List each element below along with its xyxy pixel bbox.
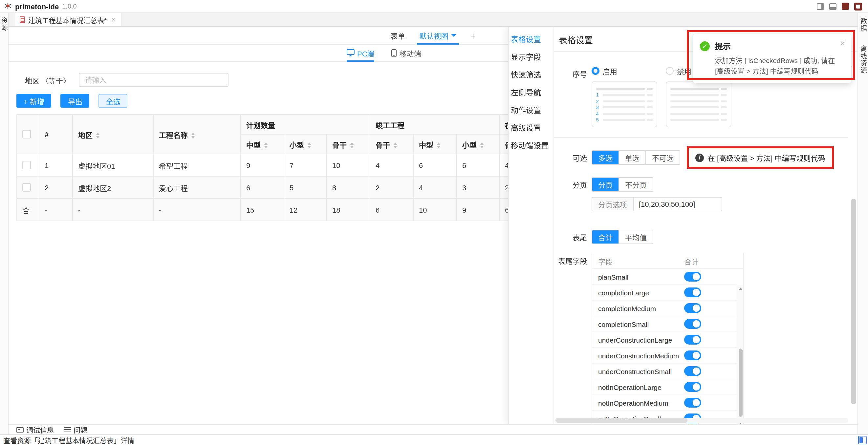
toggle-switch[interactable] [684, 335, 701, 345]
sort-icon[interactable] [96, 133, 100, 138]
add-view-button[interactable]: + [470, 27, 475, 44]
problems-button[interactable]: 问题 [64, 425, 87, 435]
sort-icon[interactable] [393, 142, 397, 148]
tab-default-view[interactable]: 默认视图 [419, 27, 456, 44]
menu-item-action-settings[interactable]: 动作设置 [509, 102, 554, 120]
sidebar-item-resources[interactable]: 资源 [0, 17, 9, 435]
hint-text: 在 [高级设置 > 方法] 中编写规则代码 [708, 152, 825, 163]
list-item: notInOperationLarge [592, 379, 737, 395]
segment-unpaged[interactable]: 不分页 [619, 178, 653, 191]
sort-icon[interactable] [350, 142, 354, 148]
settings-panel-body: 表格设置 序号 启用 [554, 27, 858, 424]
layout-toggle-icon[interactable] [858, 436, 867, 444]
pagination-options-addon: 分页选项 [592, 197, 633, 211]
panel-horizontal-scrollbar[interactable] [555, 418, 848, 423]
settings-panel: 表格设置 显示字段 快速筛选 左侧导航 动作设置 高级设置 移动端设置 表格设置 [508, 27, 858, 424]
toast-close-icon[interactable]: × [840, 39, 845, 48]
pagination-row: 分页 分页 不分页 [554, 177, 848, 192]
row-checkbox[interactable] [22, 161, 31, 170]
sidebar-item-offline-resources[interactable]: 离线资源 [858, 45, 868, 74]
menu-item-left-nav[interactable]: 左侧导航 [509, 84, 554, 102]
sort-icon[interactable] [191, 133, 195, 138]
radio-disable-label: 禁用 [677, 66, 691, 76]
table-row: 2 虚拟地区2 爱心工程 6 5 8 2 4 3 2 [17, 176, 558, 198]
selectable-segmented: 多选 单选 不可选 [592, 150, 680, 165]
tab-form[interactable]: 表单 [390, 27, 405, 44]
col-header-comp-medium: 中型 [413, 134, 457, 154]
sort-icon[interactable] [437, 142, 440, 148]
settings-menu: 表格设置 显示字段 快速筛选 左侧导航 动作设置 高级设置 移动端设置 [509, 27, 554, 424]
toggle-switch[interactable] [684, 287, 701, 297]
scroll-up-icon[interactable] [739, 287, 743, 290]
add-button[interactable]: + 新增 [17, 94, 52, 108]
app-logo-icon [4, 2, 12, 11]
document-tab-label: 建筑工程基本情况汇总表* [28, 15, 107, 25]
default-view-label: 默认视图 [419, 30, 448, 41]
column-total: 合计 [684, 256, 743, 266]
debug-info-button[interactable]: 调试信息 [17, 425, 54, 435]
titlebar-icons [817, 2, 864, 10]
scrollbar-thumb[interactable] [555, 418, 687, 423]
col-header-num: # [39, 115, 72, 154]
menu-item-display-fields[interactable]: 显示字段 [509, 49, 554, 66]
segment-single[interactable]: 单选 [619, 151, 645, 164]
scrollbar-thumb[interactable] [738, 349, 742, 416]
summary-row: 合 - - - 15 12 18 6 10 9 6 [17, 198, 558, 221]
panel-vertical-scrollbar[interactable] [851, 28, 856, 416]
segment-sum[interactable]: 合计 [592, 230, 619, 244]
toggle-switch[interactable] [684, 303, 701, 313]
segment-none[interactable]: 不可选 [645, 151, 680, 164]
list-item: notInOperationMedium [592, 395, 737, 411]
sort-icon[interactable] [307, 142, 311, 148]
monitor-icon [347, 49, 354, 57]
save-icon[interactable] [842, 3, 849, 10]
footer-fields-scrollbar[interactable] [737, 285, 743, 424]
app-version: 1.0.0 [62, 3, 77, 10]
layout-icon[interactable] [854, 2, 862, 10]
toggle-bottom-panel-icon[interactable] [829, 3, 836, 9]
toggle-switch[interactable] [684, 319, 701, 329]
menu-item-mobile-settings[interactable]: 移动端设置 [509, 137, 554, 155]
toggle-right-panel-icon[interactable] [817, 3, 824, 9]
menu-item-quick-filter[interactable]: 快速筛选 [509, 66, 554, 84]
export-button[interactable]: 导出 [61, 94, 90, 108]
serial-enabled-preview: 1 2 3 4 5 [592, 82, 657, 127]
sort-icon[interactable] [480, 142, 484, 148]
row-checkbox[interactable] [22, 184, 31, 192]
filter-operator[interactable]: 〈等于〉 [41, 76, 70, 84]
app-root: primeton-ide 1.0.0 资源 建筑工程基本情况汇总表* × [0, 0, 868, 445]
success-check-icon: ✓ [700, 41, 710, 51]
scrollbar-thumb[interactable] [851, 199, 856, 404]
col-group-completion: 竣工工程 [370, 115, 499, 134]
annotation-box-hint: i 在 [高级设置 > 方法] 中编写规则代码 [687, 146, 834, 169]
col-header-plan-medium: 中型 [241, 134, 284, 154]
sidebar-item-data[interactable]: 数据 [858, 18, 868, 32]
close-tab-icon[interactable]: × [111, 16, 116, 24]
toggle-switch[interactable] [684, 350, 701, 360]
selectable-row: 可选 多选 单选 不可选 i 在 [高级设置 > 方法] 中编写规则代码 [554, 146, 848, 169]
radio-enable[interactable]: 启用 [592, 66, 657, 76]
filter-input[interactable] [79, 73, 228, 87]
workspace: 资源 建筑工程基本情况汇总表* × 表单 默认视图 [0, 13, 868, 435]
tab-pc[interactable]: PC端 [347, 44, 375, 61]
menu-item-advanced-settings[interactable]: 高级设置 [509, 120, 554, 137]
document-tab[interactable]: 建筑工程基本情况汇总表* × [14, 13, 121, 26]
segment-average[interactable]: 平均值 [619, 230, 653, 244]
toggle-switch[interactable] [684, 382, 701, 392]
select-all-checkbox[interactable] [22, 130, 31, 139]
footer-fields-table: 字段 合计 planSmall completionLarge completi… [592, 253, 744, 424]
segment-multi[interactable]: 多选 [592, 151, 619, 164]
toggle-switch[interactable] [684, 366, 701, 376]
title-bar: primeton-ide 1.0.0 [0, 0, 868, 13]
tab-mobile[interactable]: 移动端 [392, 44, 421, 61]
divider [554, 137, 848, 138]
menu-item-table-settings[interactable]: 表格设置 [509, 31, 554, 49]
sort-icon[interactable] [264, 142, 268, 148]
segment-paged[interactable]: 分页 [592, 178, 619, 191]
list-item: planSmall [592, 269, 737, 285]
pagination-options-input[interactable] [633, 197, 722, 211]
toggle-switch[interactable] [684, 398, 701, 408]
toggle-switch[interactable] [684, 272, 701, 282]
select-all-button[interactable]: 全选 [99, 94, 128, 108]
radio-icon [592, 67, 599, 75]
